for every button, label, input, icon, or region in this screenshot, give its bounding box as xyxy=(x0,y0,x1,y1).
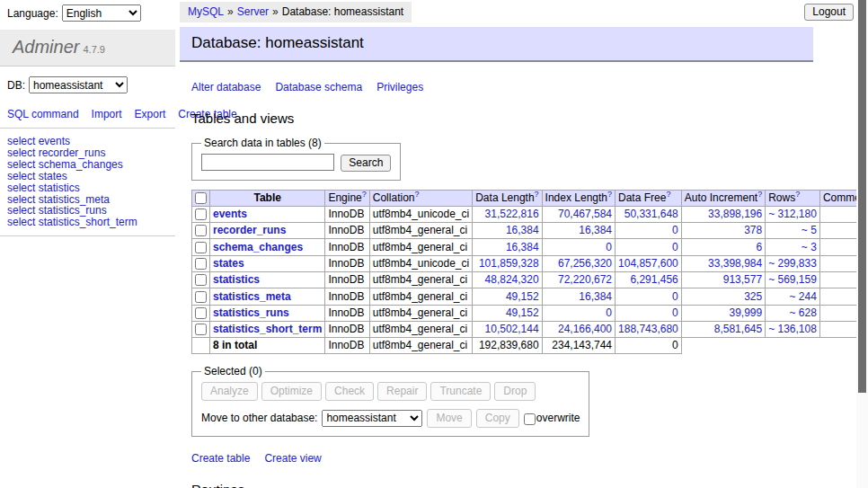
row-checkbox[interactable] xyxy=(195,291,207,303)
auto-increment-value[interactable]: 378 xyxy=(681,223,765,239)
data-length-value[interactable]: 10,502,144 xyxy=(473,322,542,338)
rows-value[interactable]: ~ 244 xyxy=(766,288,820,305)
sidebar-link-sql-command[interactable]: SQL command xyxy=(7,108,79,120)
sidebar-link-export[interactable]: Export xyxy=(135,108,166,120)
rows-value[interactable]: ~ 628 xyxy=(766,305,820,321)
row-checkbox[interactable] xyxy=(195,225,207,236)
data-length-value[interactable]: 48,824,320 xyxy=(473,272,542,288)
auto-increment-value[interactable]: 913,577 xyxy=(681,272,765,288)
table-link-statistics-short-term[interactable]: statistics_short_term xyxy=(213,323,322,335)
row-checkbox[interactable] xyxy=(195,209,207,220)
analyze-button[interactable]: Analyze xyxy=(201,382,258,401)
table-link-schema-changes[interactable]: schema_changes xyxy=(213,241,303,253)
sidebar-link-select-schema-changes[interactable]: select schema_changes xyxy=(7,158,123,171)
app-logo[interactable]: Adminer xyxy=(13,37,79,57)
index-length-value[interactable]: 0 xyxy=(542,305,615,321)
sidebar-link-select-statistics-runs[interactable]: select statistics_runs xyxy=(7,204,107,217)
rows-value[interactable]: ~ 569,159 xyxy=(766,272,820,288)
sidebar-link-select-events[interactable]: select events xyxy=(7,135,70,147)
table-link-statistics[interactable]: statistics xyxy=(213,273,260,286)
check-button[interactable]: Check xyxy=(325,382,374,401)
language-select[interactable]: English xyxy=(62,4,141,22)
table-link-states[interactable]: states xyxy=(213,257,244,270)
help-icon[interactable]: ? xyxy=(607,190,612,199)
data-free-value[interactable]: 6,291,456 xyxy=(616,272,682,288)
sidebar-link-import[interactable]: Import xyxy=(92,108,122,120)
db-action-database-schema[interactable]: Database schema xyxy=(275,81,362,93)
data-length-value[interactable]: 16,384 xyxy=(473,223,542,239)
repair-button[interactable]: Repair xyxy=(377,382,427,401)
index-length-value[interactable]: 67,256,320 xyxy=(542,255,615,271)
data-length-value[interactable]: 16,384 xyxy=(473,239,542,255)
index-length-value[interactable]: 16,384 xyxy=(542,223,615,239)
breadcrumb-server-link[interactable]: Server xyxy=(237,5,269,18)
logout-button[interactable]: Logout xyxy=(804,4,854,21)
sidebar-link-select-statistics-meta[interactable]: select statistics_meta xyxy=(7,193,110,206)
drop-button[interactable]: Drop xyxy=(494,382,536,401)
sidebar-link-select-statistics[interactable]: select statistics xyxy=(7,182,80,194)
row-checkbox[interactable] xyxy=(195,307,207,319)
data-free-value[interactable]: 0 xyxy=(616,305,682,321)
data-length-value[interactable]: 31,522,816 xyxy=(473,206,542,222)
table-link-statistics-meta[interactable]: statistics_meta xyxy=(213,290,291,303)
data-length-value[interactable]: 49,152 xyxy=(473,288,542,305)
auto-increment-value[interactable]: 33,898,196 xyxy=(681,206,765,222)
search-button[interactable]: Search xyxy=(341,155,391,172)
column-header-label: Table xyxy=(253,191,280,204)
data-free-value[interactable]: 188,743,680 xyxy=(616,322,682,338)
help-icon[interactable]: ? xyxy=(362,190,367,199)
data-free-value[interactable]: 0 xyxy=(616,223,682,239)
sidebar-link-select-recorder-runs[interactable]: select recorder_runs xyxy=(7,146,105,159)
auto-increment-value[interactable]: 6 xyxy=(681,239,765,255)
help-icon[interactable]: ? xyxy=(535,190,539,199)
row-checkbox[interactable] xyxy=(195,258,207,270)
index-length-value[interactable]: 24,166,400 xyxy=(542,322,615,338)
data-free-value[interactable]: 0 xyxy=(616,239,682,255)
scrollbar-thumb[interactable] xyxy=(858,0,866,393)
data-free-value[interactable]: 104,857,600 xyxy=(616,255,682,271)
optimize-button[interactable]: Optimize xyxy=(261,382,322,401)
row-checkbox[interactable] xyxy=(195,274,207,286)
index-length-value[interactable]: 72,220,672 xyxy=(542,272,615,288)
data-length-value[interactable]: 49,152 xyxy=(473,305,542,321)
move-button[interactable]: Move xyxy=(427,409,471,428)
auto-increment-value[interactable]: 33,398,984 xyxy=(681,255,765,271)
overwrite-checkbox[interactable] xyxy=(524,413,536,425)
row-checkbox[interactable] xyxy=(195,242,207,253)
rows-value[interactable]: ~ 136,108 xyxy=(766,322,820,338)
rows-value[interactable]: ~ 3 xyxy=(766,239,820,255)
move-db-select[interactable]: homeassistant xyxy=(322,410,422,427)
help-icon[interactable]: ? xyxy=(757,190,762,199)
db-select[interactable]: homeassistant xyxy=(29,76,128,93)
rows-value[interactable]: ~ 5 xyxy=(766,223,820,239)
rows-value[interactable]: ~ 299,833 xyxy=(766,255,820,271)
copy-button[interactable]: Copy xyxy=(476,409,519,428)
help-icon[interactable]: ? xyxy=(795,190,800,199)
sidebar-link-select-states[interactable]: select states xyxy=(7,170,67,182)
rows-value[interactable]: ~ 312,180 xyxy=(766,206,820,222)
create-link-create-view[interactable]: Create view xyxy=(264,452,321,465)
help-icon[interactable]: ? xyxy=(666,190,670,199)
auto-increment-value[interactable]: 8,581,645 xyxy=(681,322,765,338)
sidebar-link-select-statistics-short-term[interactable]: select statistics_short_term xyxy=(7,216,137,228)
index-length-value[interactable]: 0 xyxy=(542,239,615,255)
data-free-value[interactable]: 0 xyxy=(616,288,682,305)
auto-increment-value[interactable]: 39,999 xyxy=(681,305,765,321)
select-all-checkbox[interactable] xyxy=(195,192,207,204)
data-free-value[interactable]: 50,331,648 xyxy=(616,206,682,222)
index-length-value[interactable]: 16,384 xyxy=(542,288,615,305)
table-link-events[interactable]: events xyxy=(213,208,247,220)
db-action-alter-database[interactable]: Alter database xyxy=(191,81,261,93)
row-checkbox[interactable] xyxy=(195,324,207,335)
auto-increment-value[interactable]: 325 xyxy=(681,288,765,305)
breadcrumb-mysql-link[interactable]: MySQL xyxy=(188,5,224,18)
table-link-recorder-runs[interactable]: recorder_runs xyxy=(213,224,286,236)
create-link-create-table[interactable]: Create table xyxy=(191,452,250,465)
truncate-button[interactable]: Truncate xyxy=(430,382,491,401)
search-input[interactable] xyxy=(201,154,334,171)
help-icon[interactable]: ? xyxy=(414,190,419,199)
table-link-statistics-runs[interactable]: statistics_runs xyxy=(213,306,289,319)
index-length-value[interactable]: 70,467,584 xyxy=(542,206,615,222)
data-length-value[interactable]: 101,859,328 xyxy=(473,255,542,271)
db-action-privileges[interactable]: Privileges xyxy=(376,81,423,93)
